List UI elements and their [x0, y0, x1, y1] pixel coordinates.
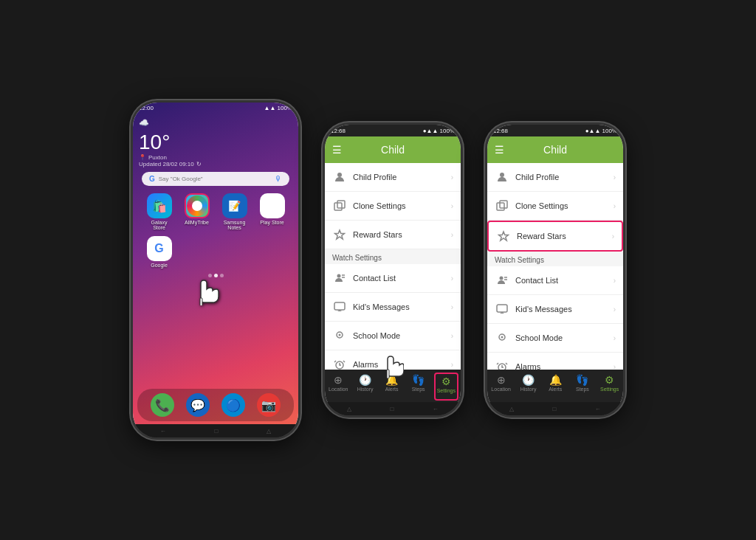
nav-steps-3[interactable]: 👣 Steps [571, 373, 594, 401]
nav-steps-2[interactable]: 👣 Steps [408, 373, 430, 401]
menu-item-child-profile-2[interactable]: Child Profile › [325, 163, 461, 192]
back-btn-2[interactable]: △ [347, 406, 351, 412]
clone-settings-label-2: Clone Settings [353, 201, 445, 210]
status-bar-2: 12:68 ●▲▲ 100% [325, 125, 461, 136]
menu-item-child-profile-3[interactable]: Child Profile › [487, 163, 623, 192]
alltribe-icon [185, 193, 210, 218]
app-title-3: Child [543, 144, 567, 156]
svg-rect-8 [334, 302, 345, 310]
google-app[interactable]: G Google [143, 236, 175, 268]
school-mode-label-2: School Mode [353, 331, 445, 340]
location-nav-icon-2: ⊕ [334, 374, 343, 386]
time-2: 12:68 [331, 128, 346, 134]
dot-3 [220, 274, 224, 277]
cursor-hand-3 [617, 222, 623, 250]
home-widgets: ☁️ 10° 📍 Puxton Updated 28/02 09:10 ↻ G … [133, 114, 298, 389]
menu-item-school-3[interactable]: School Mode › [487, 324, 623, 353]
phone-2-nav: △ □ ← [325, 402, 461, 415]
recent-btn-1[interactable]: □ [215, 428, 219, 435]
location-name: Puxton [148, 154, 167, 161]
play-store-app[interactable]: ▶ Play Store [256, 193, 288, 230]
home-btn-1[interactable]: △ [267, 428, 271, 435]
school-icon-3 [495, 330, 509, 345]
svg-point-28 [501, 336, 504, 339]
samsung-notes-label: SamsungNotes [224, 220, 246, 230]
arrow-2-7: › [451, 361, 453, 369]
signal-icon-1: ▲▲ [264, 105, 277, 111]
menu-item-clone-2[interactable]: Clone Settings › [325, 192, 461, 221]
alarms-label-3: Alarms [515, 362, 608, 370]
svg-point-10 [339, 334, 341, 336]
recent-btn-3[interactable]: □ [553, 406, 557, 412]
menu-item-contact-3[interactable]: Contact List › [487, 266, 623, 295]
home-btn-2[interactable]: ← [433, 406, 439, 412]
app-title-2: Child [381, 144, 405, 156]
camera-dock-icon[interactable]: 📷 [257, 393, 281, 417]
google-search-bar[interactable]: G Say "Ok Google" 🎙 [142, 172, 289, 186]
settings-nav-icon-3: ⚙ [605, 374, 614, 386]
weather-temp: 10° [139, 131, 292, 154]
nav-settings-2[interactable]: ⚙ Settings [434, 373, 458, 401]
arrow-3-4: › [614, 277, 616, 285]
bottom-nav-3: ⊕ Location 🕐 History 🔔 Alerts 👣 Steps ⚙ [487, 370, 623, 402]
samsung-notes-app[interactable]: 📝 SamsungNotes [219, 193, 250, 230]
signal-battery-1: ▲▲ 100% [264, 105, 292, 111]
svg-point-18 [500, 173, 504, 177]
menu-item-school-2[interactable]: School Mode › [325, 322, 461, 350]
alltribe-inner [192, 201, 202, 211]
reward-stars-label-3: Reward Stars [517, 232, 606, 240]
updated-text: Updated 28/02 09:10 [139, 161, 194, 167]
svg-rect-26 [497, 305, 507, 312]
status-bar-1: 12:00 ▲▲ 100% [133, 103, 298, 114]
arrow-2-5: › [451, 303, 453, 311]
location-nav-label-2: Location [329, 387, 348, 392]
phone-1-nav: ← □ △ [133, 424, 298, 437]
circle-dock-icon[interactable]: 🔵 [221, 393, 245, 417]
menu-item-reward-3[interactable]: Reward Stars › [487, 221, 623, 252]
back-btn-3[interactable]: △ [509, 406, 514, 412]
nav-settings-3[interactable]: ⚙ Settings [599, 373, 621, 401]
signal-3: ●▲▲ 100% [585, 128, 617, 134]
nav-alerts-3[interactable]: 🔔 Alerts [544, 373, 566, 401]
menu-item-alarms-3[interactable]: Alarms › [487, 353, 623, 370]
steps-nav-icon-2: 👣 [412, 374, 425, 386]
svg-point-23 [500, 277, 504, 280]
menu-item-reward-2[interactable]: Reward Stars › [325, 221, 461, 249]
settings-nav-label-2: Settings [437, 388, 456, 393]
arrow-2-1: › [451, 173, 453, 181]
nav-history-2[interactable]: 🕐 History [354, 373, 377, 401]
home-screen: 12:00 ▲▲ 100% ☁️ 10° 📍 Puxton Updated 28… [133, 103, 298, 424]
history-nav-icon-3: 🕐 [522, 374, 535, 386]
svg-marker-21 [499, 232, 509, 240]
samsung-notes-icon: 📝 [222, 193, 247, 218]
phone-dock-icon[interactable]: 📞 [151, 393, 174, 417]
message-icon-3 [495, 302, 509, 316]
child-profile-label-2: Child Profile [353, 173, 445, 181]
menu-item-messages-3[interactable]: Kid's Messages › [487, 295, 623, 324]
contacts-icon-2 [332, 271, 347, 285]
galaxy-store-app[interactable]: 🛍️ GalaxyStore [143, 193, 175, 230]
recent-btn-2[interactable]: □ [391, 406, 394, 412]
nav-history-3[interactable]: 🕐 History [518, 373, 540, 401]
nav-location-3[interactable]: ⊕ Location [489, 373, 512, 401]
menu-hamburger-2[interactable]: ☰ [332, 144, 342, 156]
alltribe-app[interactable]: AllMyTribe [181, 193, 213, 230]
settings-nav-icon-2: ⚙ [441, 375, 451, 387]
menu-item-contact-2[interactable]: Contact List › [325, 264, 461, 293]
alerts-nav-icon-3: 🔔 [549, 374, 562, 386]
search-placeholder: Say "Ok Google" [159, 176, 271, 182]
phone-3: 12:68 ●▲▲ 100% ☰ Child Child Profile › [485, 122, 625, 418]
svg-rect-20 [500, 201, 507, 208]
nav-location-2[interactable]: ⊕ Location [327, 373, 349, 401]
menu-item-clone-3[interactable]: Clone Settings › [487, 192, 623, 221]
menu-hamburger-3[interactable]: ☰ [495, 144, 504, 156]
steps-nav-label-2: Steps [412, 387, 425, 392]
messages-dock-icon[interactable]: 💬 [186, 393, 210, 417]
cursor-hand-1 [193, 276, 220, 310]
signal-2: ●▲▲ 100% [423, 128, 455, 134]
play-store-icon: ▶ [260, 193, 285, 218]
back-btn-1[interactable]: ← [160, 428, 166, 435]
app-header-2: ☰ Child [325, 136, 461, 163]
menu-item-messages-2[interactable]: Kid's Messages › [325, 293, 461, 322]
home-btn-3[interactable]: ← [595, 406, 601, 412]
